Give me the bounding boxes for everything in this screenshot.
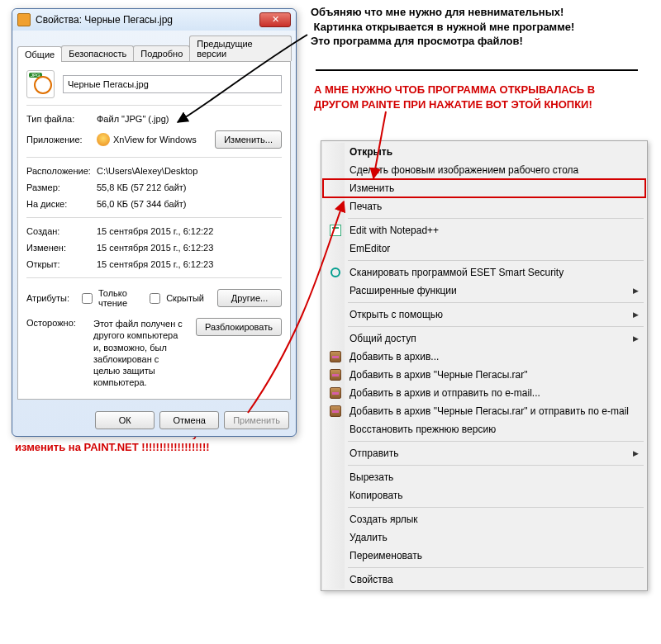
tab-details[interactable]: Подробно [133,45,190,61]
context-menu-separator [348,465,644,466]
context-menu-label: Переименовать [345,550,629,561]
context-menu-item[interactable]: Вырезать [323,468,645,486]
context-menu-separator [348,507,644,508]
context-menu-label: Добавить в архив и отправить по e-mail..… [345,387,629,399]
hr-divider [316,69,638,71]
window-icon [17,13,31,26]
titlebar[interactable]: Свойства: Черные Пегасы.jpg ✕ [12,9,296,31]
tabs: Общие Безопасность Подробно Предыдущие в… [17,36,291,62]
close-button[interactable]: ✕ [259,12,291,27]
tab-previous[interactable]: Предыдущие версии [189,36,292,61]
context-menu-item[interactable]: Добавить в архив "Черные Пегасы.rar" и о… [323,402,645,420]
context-menu-item[interactable]: Добавить в архив... [323,348,645,366]
rar-icon [326,387,345,399]
app-label: Приложение: [26,135,97,144]
disk-label: На диске: [26,199,97,209]
rar-icon [326,369,345,381]
modified-value: 15 сентября 2015 г., 6:12:23 [97,243,282,253]
context-menu-label: Добавить в архив "Черные Пегасы.rar" и о… [345,405,629,417]
submenu-arrow-icon: ▶ [633,449,639,457]
context-menu-separator [348,567,644,568]
context-menu-item[interactable]: Отправить▶ [323,444,645,462]
warn-text: Этот файл получен с другого компьютера и… [93,318,191,389]
context-menu-label: Печать [345,201,629,212]
readonly-checkbox[interactable]: Только чтение [78,288,140,308]
ok-button[interactable]: ОК [95,411,155,429]
type-label: Тип файла: [26,114,97,124]
opened-value: 15 сентября 2015 г., 6:12:23 [97,259,282,269]
context-menu-item[interactable]: Расширенные функции▶ [323,282,645,300]
context-menu-separator [348,326,644,327]
context-menu-item[interactable]: Копировать [323,486,645,504]
loc-label: Расположение: [26,166,97,176]
context-menu-label: Отправить [345,447,629,459]
eset-icon [326,268,345,277]
apply-button[interactable]: Применить [224,411,289,429]
disk-value: 56,0 КБ (57 344 байт) [97,199,282,209]
context-menu-item[interactable]: Сделать фоновым изображением рабочего ст… [323,161,645,179]
context-menu-label: Открыть [345,146,629,158]
context-menu-item[interactable]: Открыть с помощью▶ [323,305,645,324]
hidden-label: Скрытый [166,293,204,303]
context-menu-label: Свойства [345,574,629,585]
xnview-icon [97,133,110,146]
app-value: XnView for Windows [97,133,215,146]
tab-general[interactable]: Общие [17,46,62,62]
context-menu-item[interactable]: Общий доступ▶ [323,329,645,348]
context-menu-label: Edit with Notepad++ [345,225,629,236]
type-value: Файл "JPG" (.jpg) [97,114,282,124]
context-menu-item[interactable]: Добавить в архив и отправить по e-mail..… [323,384,645,402]
hidden-checkbox[interactable]: Скрытый [146,291,204,306]
context-menu-label: Добавить в архив... [345,351,629,362]
context-menu-item[interactable]: Удалить [323,528,645,547]
submenu-arrow-icon: ▶ [633,286,639,295]
context-menu-item[interactable]: Сканировать программой ESET Smart Securi… [323,263,645,282]
size-label: Размер: [26,182,97,192]
context-menu-item[interactable]: Свойства [323,571,645,589]
other-attrs-button[interactable]: Другие... [217,289,282,307]
context-menu: ОткрытьСделать фоновым изображением рабо… [321,140,648,591]
annotation-explain: Объяняю что мне нужно для невнимательных… [311,5,574,49]
context-menu-label: Изменить [345,182,629,194]
readonly-label: Только чтение [98,288,140,308]
separator [26,105,282,106]
opened-label: Открыт: [26,259,97,269]
unblock-button[interactable]: Разблокировать [196,318,282,336]
context-menu-label: Общий доступ [345,333,629,344]
context-menu-label: Сканировать программой ESET Smart Securi… [345,267,629,278]
filename-input[interactable] [63,75,282,93]
context-menu-item[interactable]: Изменить [323,179,645,197]
context-menu-item[interactable]: Печать [323,197,645,215]
notepad-icon [326,225,345,236]
context-menu-label: Открыть с помощью [345,309,629,320]
context-menu-item[interactable]: Edit with Notepad++ [323,221,645,239]
context-menu-item[interactable]: Создать ярлык [323,510,645,528]
cancel-button[interactable]: Отмена [159,411,219,429]
context-menu-label: Расширенные функции [345,285,629,296]
context-menu-item[interactable]: EmEditor [323,239,645,258]
properties-dialog: Свойства: Черные Пегасы.jpg ✕ Общие Безо… [12,8,297,437]
context-menu-label: Сделать фоновым изображением рабочего ст… [345,164,629,176]
context-menu-label: Восстановить прежнюю версию [345,424,629,435]
change-app-button[interactable]: Изменить... [215,130,282,149]
context-menu-label: Удалить [345,532,629,543]
context-menu-label: Вырезать [345,471,629,483]
window-title: Свойства: Черные Пегасы.jpg [36,14,259,26]
warn-label: Осторожно: [26,318,88,389]
created-value: 15 сентября 2015 г., 6:12:22 [97,226,282,236]
annotation-need: А МНЕ НУЖНО ЧТОБ ПРОГРАММА ОТКРЫВАЛАСЬ В… [314,83,595,111]
separator [26,157,282,158]
context-menu-item[interactable]: Добавить в архив "Черные Пегасы.rar" [323,366,645,384]
rar-icon [326,351,345,362]
context-menu-separator [348,218,644,219]
context-menu-label: Копировать [345,490,629,501]
tab-body-general: Тип файла: Файл "JPG" (.jpg) Приложение:… [17,62,291,400]
context-menu-label: EmEditor [345,243,629,254]
context-menu-label: Создать ярлык [345,514,629,525]
context-menu-item[interactable]: Переименовать [323,547,645,565]
file-type-icon [26,70,55,98]
context-menu-item[interactable]: Открыть [323,143,645,161]
tab-security[interactable]: Безопасность [61,45,134,61]
context-menu-item[interactable]: Восстановить прежнюю версию [323,420,645,438]
attr-label: Атрибуты: [26,293,72,303]
